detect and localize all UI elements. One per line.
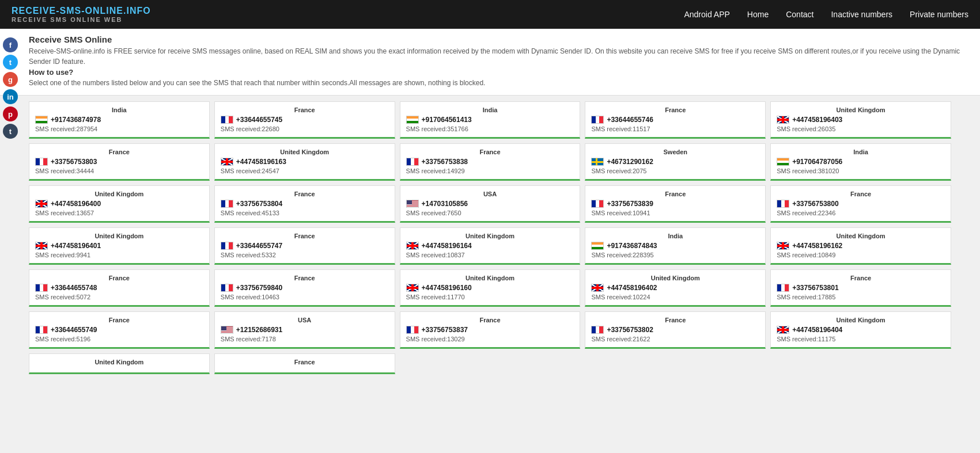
phone-card[interactable]: France+33756753839SMS received:10941 <box>585 185 766 223</box>
phone-card[interactable]: France+33756753803SMS received:34444 <box>29 143 210 181</box>
phone-card[interactable]: France+33756759840SMS received:10463 <box>214 269 395 307</box>
flag-france <box>221 242 233 250</box>
facebook-icon[interactable]: f <box>3 37 18 52</box>
phone-card[interactable]: United Kingdom+447458196164SMS received:… <box>400 227 581 265</box>
country-name: France <box>221 106 389 113</box>
pinterest-icon[interactable]: p <box>3 106 18 121</box>
sms-count: SMS received:7650 <box>406 210 574 216</box>
flag-uk <box>777 116 789 124</box>
phone-number: +33756753802 <box>607 326 653 334</box>
nav-item-inactive-numbers[interactable]: Inactive numbers <box>831 10 892 19</box>
phone-card[interactable]: France+33644655746SMS received:11517 <box>585 101 766 139</box>
flag-india <box>406 116 419 124</box>
sms-count: SMS received:34444 <box>35 168 203 174</box>
phone-row: +12152686931 <box>221 326 389 334</box>
phone-card[interactable]: United Kingdom+447458196160SMS received:… <box>400 269 581 307</box>
phone-card[interactable]: United Kingdom+447458196401SMS received:… <box>29 227 210 265</box>
phone-number: +447458196160 <box>422 284 472 292</box>
flag-france <box>221 284 233 292</box>
linkedin-icon[interactable]: in <box>3 89 18 104</box>
phone-card[interactable]: United Kingdom <box>29 353 210 374</box>
country-name: India <box>35 106 203 113</box>
googleplus-icon[interactable]: g <box>3 72 18 87</box>
phone-row: +33644655746 <box>591 116 759 124</box>
phone-card[interactable]: United Kingdom+447458196404SMS received:… <box>770 311 951 349</box>
phone-card[interactable]: France+33644655745SMS received:22680 <box>214 101 395 139</box>
sms-count: SMS received:10463 <box>221 294 389 300</box>
phone-row: +33756753804 <box>221 200 389 208</box>
phone-row: +33644655748 <box>35 284 203 292</box>
phone-number: +33756753804 <box>236 200 282 208</box>
phone-card[interactable]: France+33644655748SMS received:5072 <box>29 269 210 307</box>
tumblr-icon[interactable]: t <box>3 124 18 139</box>
flag-india <box>591 242 604 250</box>
phone-card[interactable]: India+917436874843SMS received:228395 <box>585 227 766 265</box>
sms-count: SMS received:2075 <box>591 168 759 174</box>
phone-card[interactable]: France+33644655749SMS received:5196 <box>29 311 210 349</box>
nav-item-home[interactable]: Home <box>747 10 769 19</box>
phone-card[interactable]: France <box>214 353 395 374</box>
sms-count: SMS received:24547 <box>221 168 389 174</box>
flag-france <box>221 116 233 124</box>
flag-france <box>35 284 48 292</box>
phone-card[interactable]: India+917064561413SMS received:351766 <box>400 101 581 139</box>
nav-item-contact[interactable]: Contact <box>786 10 813 19</box>
flag-france <box>591 116 604 124</box>
sms-count: SMS received:13657 <box>35 210 203 216</box>
phone-card[interactable]: France+33756753837SMS received:13029 <box>400 311 581 349</box>
phone-row: +917064787056 <box>777 158 945 166</box>
country-name: France <box>406 317 574 323</box>
header: RECEIVE-SMS-ONLINE.INFO RECEIVE SMS ONLI… <box>0 0 980 29</box>
phone-card[interactable]: France+33756753802SMS received:21622 <box>585 311 766 349</box>
phone-card[interactable]: France+33644655747SMS received:5332 <box>214 227 395 265</box>
country-name: United Kingdom <box>777 106 945 113</box>
country-name: USA <box>406 191 574 197</box>
phone-card[interactable]: United Kingdom+447458196402SMS received:… <box>585 269 766 307</box>
flag-uk <box>35 242 48 250</box>
nav-item-android-app[interactable]: Android APP <box>684 10 729 19</box>
phone-card[interactable]: United Kingdom+447458196163SMS received:… <box>214 143 395 181</box>
sms-count: SMS received:5072 <box>35 294 203 300</box>
flag-uk <box>777 326 789 334</box>
phone-row: +33756753801 <box>777 284 945 292</box>
sms-count: SMS received:381020 <box>777 168 945 174</box>
country-name: France <box>221 359 389 366</box>
phone-row: +33644655745 <box>221 116 389 124</box>
flag-france <box>221 200 233 208</box>
flag-france <box>406 326 419 334</box>
country-name: United Kingdom <box>777 317 945 323</box>
phone-number: +447458196404 <box>792 326 842 334</box>
phone-number: +33756753800 <box>792 200 838 208</box>
phone-card[interactable]: France+33756753804SMS received:45133 <box>214 185 395 223</box>
phone-card[interactable]: United Kingdom+447458196162SMS received:… <box>770 227 951 265</box>
country-name: United Kingdom <box>221 149 389 155</box>
flag-uk <box>406 242 419 250</box>
sms-count: SMS received:9941 <box>35 252 203 258</box>
nav-item-private-numbers[interactable]: Private numbers <box>910 10 968 19</box>
phone-row: +447458196160 <box>406 284 574 292</box>
phone-card[interactable]: USA+14703105856SMS received:7650 <box>400 185 581 223</box>
sms-count: SMS received:13029 <box>406 336 574 342</box>
flag-usa <box>221 326 233 334</box>
phone-card[interactable]: India+917436874978SMS received:287954 <box>29 101 210 139</box>
phone-row: +917436874978 <box>35 116 203 124</box>
country-name: India <box>591 233 759 239</box>
phone-number: +33756753803 <box>51 158 97 166</box>
phone-card[interactable]: United Kingdom+447458196403SMS received:… <box>770 101 951 139</box>
phone-row: +46731290162 <box>591 158 759 166</box>
phone-card[interactable]: France+33756753801SMS received:17885 <box>770 269 951 307</box>
phone-number: +33756753837 <box>422 326 468 334</box>
country-name: France <box>591 317 759 323</box>
phone-card[interactable]: France+33756753838SMS received:14929 <box>400 143 581 181</box>
phone-card[interactable]: France+33756753800SMS received:22346 <box>770 185 951 223</box>
phone-number: +447458196162 <box>792 242 842 250</box>
sms-count: SMS received:5332 <box>221 252 389 258</box>
phone-card[interactable]: United Kingdom+447458196400SMS received:… <box>29 185 210 223</box>
phone-card[interactable]: USA+12152686931SMS received:7178 <box>214 311 395 349</box>
flag-usa <box>406 200 419 208</box>
country-name: Sweden <box>591 149 759 155</box>
phone-card[interactable]: India+917064787056SMS received:381020 <box>770 143 951 181</box>
country-name: United Kingdom <box>35 233 203 239</box>
phone-card[interactable]: Sweden+46731290162SMS received:2075 <box>585 143 766 181</box>
twitter-icon[interactable]: t <box>3 55 18 70</box>
